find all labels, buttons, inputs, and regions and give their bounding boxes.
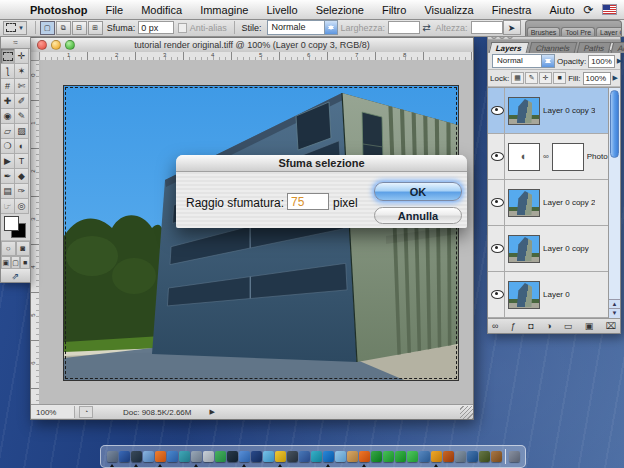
dock-icon-5[interactable]: [167, 451, 178, 462]
dock-icon-0[interactable]: [107, 451, 118, 462]
dock-icon-21[interactable]: [359, 451, 370, 462]
jump-to-imageready-button[interactable]: ⇗: [1, 269, 30, 282]
move-tool[interactable]: ✛: [15, 49, 29, 64]
layer-thumbnail[interactable]: [508, 281, 540, 309]
dock-icon-14[interactable]: [275, 451, 286, 462]
style-dropdown[interactable]: Normale: [267, 20, 338, 35]
screen-mode-button-2[interactable]: ■: [20, 256, 30, 269]
dock-icon-26[interactable]: [419, 451, 430, 462]
link-layers-icon[interactable]: ∞: [492, 321, 498, 331]
quick-mask-off-button[interactable]: ○: [1, 241, 16, 256]
dock-icon-30[interactable]: [467, 451, 478, 462]
eyedropper-tool[interactable]: ✑: [15, 184, 29, 199]
layer-name[interactable]: Layer 0 copy 3: [543, 106, 595, 115]
input-language-flag-icon[interactable]: [602, 4, 617, 15]
layer-style-icon[interactable]: ƒ: [511, 321, 516, 331]
layer-thumbnail[interactable]: [508, 235, 540, 263]
gradient-tool[interactable]: ▨: [15, 124, 29, 139]
screen-mode-button-0[interactable]: ▣: [1, 256, 11, 269]
layer-row[interactable]: ∞Photo Filte...: [488, 134, 620, 180]
width-input[interactable]: [388, 21, 420, 34]
dock-icon-22[interactable]: [371, 451, 382, 462]
notes-tool[interactable]: ▤: [1, 184, 15, 199]
feather-input[interactable]: [138, 21, 174, 34]
dodge-tool[interactable]: ◐: [15, 139, 29, 154]
layer-row[interactable]: Layer 0 copy: [488, 226, 620, 272]
dock-icon-25[interactable]: [407, 451, 418, 462]
swap-dimensions-icon[interactable]: ⇄: [422, 22, 430, 33]
dock-icon-23[interactable]: [383, 451, 394, 462]
tab-paths[interactable]: Paths: [576, 42, 611, 53]
delete-layer-icon[interactable]: ⌧: [606, 321, 616, 331]
dock-icon-18[interactable]: [323, 451, 334, 462]
healing-brush-tool[interactable]: ✚: [1, 94, 15, 109]
visibility-toggle[interactable]: [490, 272, 505, 317]
opacity-field[interactable]: 100%: [588, 55, 614, 68]
blend-mode-dropdown[interactable]: Normal: [492, 54, 555, 68]
new-selection-mode-button[interactable]: ▢: [40, 21, 55, 35]
lock-paint-icon[interactable]: ✎: [525, 72, 538, 84]
pen-tool[interactable]: ✒: [1, 169, 15, 184]
foreground-color-swatch[interactable]: [4, 216, 19, 231]
dock-icon-4[interactable]: [155, 451, 166, 462]
fill-arrow-icon[interactable]: ▶: [613, 74, 618, 82]
antialias-checkbox[interactable]: [178, 23, 186, 33]
dock-icon-33[interactable]: [509, 451, 520, 462]
dock-icon-9[interactable]: [215, 451, 226, 462]
dialog-title[interactable]: Sfuma selezione: [176, 155, 467, 172]
canvas-area[interactable]: [39, 60, 473, 405]
sync-icon[interactable]: ⟳: [584, 4, 594, 16]
new-group-icon[interactable]: ▭: [564, 321, 573, 331]
dock-icon-20[interactable]: [347, 451, 358, 462]
menu-modifica[interactable]: Modifica: [132, 4, 191, 16]
adjustment-layer-thumbnail[interactable]: [508, 143, 540, 171]
cancel-button[interactable]: Annulla: [374, 207, 462, 224]
screen-mode-button-1[interactable]: ▢: [11, 256, 21, 269]
slice-tool[interactable]: ✄: [15, 79, 29, 94]
feather-radius-input[interactable]: [287, 193, 329, 210]
file-browser-button[interactable]: ➤: [503, 20, 521, 35]
dock-icon-6[interactable]: [179, 451, 190, 462]
tab-channels[interactable]: Channels: [528, 42, 577, 53]
tool-preset-picker[interactable]: ▼: [3, 21, 27, 35]
menu-immagine[interactable]: Immagine: [191, 4, 257, 16]
dock-icon-10[interactable]: [227, 451, 238, 462]
opacity-arrow-icon[interactable]: ▶: [617, 57, 622, 65]
zoom-level-field[interactable]: 100%: [31, 406, 75, 418]
well-tab-layer-comps[interactable]: Layer Comps: [596, 27, 622, 36]
zoom-tool[interactable]: ◎: [15, 199, 29, 214]
menu-aiuto[interactable]: Aiuto: [540, 4, 583, 16]
document-titlebar[interactable]: tutorial render original.tiff @ 100% (La…: [31, 38, 473, 53]
dock-icon-16[interactable]: [299, 451, 310, 462]
tool-palette-titlebar[interactable]: ≈: [1, 37, 30, 49]
dock-icon-15[interactable]: [287, 451, 298, 462]
dock-icon-29[interactable]: [455, 451, 466, 462]
layer-thumbnail[interactable]: [508, 189, 540, 217]
clone-stamp-tool[interactable]: ◉: [1, 109, 15, 124]
tab-layers[interactable]: Layers: [489, 42, 530, 53]
add-to-selection-mode-button[interactable]: ⧉: [56, 21, 71, 35]
hand-tool[interactable]: ☞: [1, 199, 15, 214]
adjustment-layer-icon[interactable]: ◑: [546, 321, 551, 331]
crop-tool[interactable]: #: [1, 79, 15, 94]
dock-icon-3[interactable]: [143, 451, 154, 462]
layers-scrollbar[interactable]: ▲ ▼: [608, 88, 620, 318]
layer-name[interactable]: Layer 0 copy 2: [543, 198, 595, 207]
dock-icon-13[interactable]: [263, 451, 274, 462]
dock-icon-8[interactable]: [203, 451, 214, 462]
menu-filtro[interactable]: Filtro: [373, 4, 415, 16]
height-input[interactable]: [471, 21, 503, 34]
magic-wand-tool[interactable]: ✶: [15, 64, 29, 79]
lock-position-icon[interactable]: ✛: [539, 72, 552, 84]
visibility-toggle[interactable]: [490, 88, 505, 133]
new-layer-icon[interactable]: ▣: [585, 321, 594, 331]
document-image[interactable]: [63, 85, 459, 381]
tab-actions[interactable]: Actions: [611, 42, 624, 53]
menu-livello[interactable]: Livello: [257, 4, 306, 16]
menu-finestra[interactable]: Finestra: [483, 4, 541, 16]
dock-icon-19[interactable]: [335, 451, 346, 462]
lock-all-icon[interactable]: ■: [553, 72, 566, 84]
rectangular-marquee-tool[interactable]: [1, 49, 15, 64]
blur-tool[interactable]: ❍: [1, 139, 15, 154]
eraser-tool[interactable]: ▱: [1, 124, 15, 139]
